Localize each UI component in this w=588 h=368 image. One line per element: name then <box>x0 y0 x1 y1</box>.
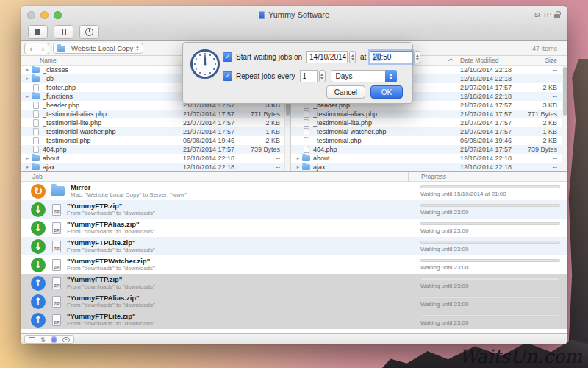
dialog-buttons: Cancel OK <box>326 85 403 99</box>
file-row[interactable]: _testimonial-lite.php21/07/2014 17:572 K… <box>21 118 290 127</box>
start-time-field[interactable]: 20:50 <box>370 51 412 63</box>
location-dropdown[interactable]: Website Local Copy <box>53 43 143 54</box>
job-info: ↓ZIP"YummyFTPWatcher.zip"From "downloads… <box>21 255 408 274</box>
disclosure-triangle-icon[interactable]: ▸ <box>24 163 32 171</box>
forward-button[interactable]: › <box>37 43 49 54</box>
stop-button[interactable] <box>28 25 48 39</box>
job-row[interactable]: ↓ZIP"YummyFTP.zip"From "downloads" to "d… <box>21 200 567 219</box>
file-row[interactable]: ▸ajax12/10/2014 22:18-- <box>291 163 567 171</box>
file-date: 12/10/2014 22:18 <box>460 155 519 162</box>
select-chevrons-icon <box>385 70 397 82</box>
folder-icon <box>32 67 40 73</box>
file-row[interactable]: 404.php21/07/2014 17:57739 Bytes <box>21 145 290 154</box>
start-date-field[interactable]: 14/10/2014 <box>306 51 348 63</box>
job-info: ↓ZIP"YummyFTPLite.zip"From "downloads" t… <box>21 237 408 255</box>
progress-bar <box>420 222 560 225</box>
file-date: 12/10/2014 22:18 <box>460 66 519 74</box>
time-stepper[interactable] <box>414 51 420 63</box>
interval-stepper[interactable] <box>319 70 326 82</box>
file-row[interactable]: _testimonial-watcher.php21/07/2014 17:57… <box>21 127 290 136</box>
job-row[interactable]: ↓ZIP"YummyFTPWatcher.zip"From "downloads… <box>21 255 567 274</box>
app-window: Yummy Software SFTP ‹ › Website Local Co… <box>21 6 567 344</box>
job-subtitle: From "downloads" to "downloads" <box>67 320 155 328</box>
file-row[interactable]: ▸about12/10/2014 22:18-- <box>21 154 290 163</box>
job-info: ↻MirrorMac: "Website Local Copy" to Serv… <box>21 182 408 200</box>
column-header-name[interactable]: Name <box>21 57 183 64</box>
job-row[interactable]: ↑ZIP"YummyFTPLite.zip"From "downloads" t… <box>21 311 567 329</box>
job-row[interactable]: ↓ZIP"YummyFTPLite.zip"From "downloads" t… <box>21 237 567 255</box>
file-row[interactable]: _testimonial-watcher.php21/07/2014 17:57… <box>291 127 567 136</box>
close-button[interactable] <box>27 11 35 19</box>
job-info: ↑ZIP"YummyFTP.zip"From "downloads" to "d… <box>21 274 408 292</box>
ok-button[interactable]: OK <box>370 85 403 99</box>
disclosure-triangle-icon[interactable]: ▸ <box>294 163 302 171</box>
schedule-button[interactable] <box>79 25 99 39</box>
file-row[interactable]: 404.php21/07/2014 17:57739 Bytes <box>291 145 567 154</box>
file-row[interactable]: _testimonial-alias.php21/07/2014 17:5777… <box>291 110 567 118</box>
file-size: 2 KB <box>242 137 280 144</box>
job-status: Waiting until 23:00 <box>420 264 469 271</box>
disclosure-triangle-icon[interactable]: ▸ <box>24 92 32 101</box>
stop-icon <box>35 29 40 35</box>
schedule-view-icon[interactable] <box>51 336 57 343</box>
disclosure-triangle-icon[interactable]: ▸ <box>24 74 32 83</box>
start-checkbox[interactable]: ✓ <box>223 52 232 62</box>
disclosure-triangle-icon[interactable]: ▸ <box>294 154 302 163</box>
job-status: Waiting until 23:00 <box>420 301 469 308</box>
cancel-button[interactable]: Cancel <box>326 85 365 99</box>
file-size: -- <box>519 75 557 82</box>
zip-label: ZIP <box>54 247 60 251</box>
minimize-button[interactable] <box>40 11 49 19</box>
file-row[interactable]: ▸ajax12/10/2014 22:18-- <box>21 163 290 171</box>
job-row[interactable]: ↻MirrorMac: "Website Local Copy" to Serv… <box>21 182 567 200</box>
clock-icon <box>85 28 93 36</box>
date-stepper[interactable] <box>349 51 356 63</box>
job-text: "YummyFTPLite.zip"From "downloads" to "d… <box>67 238 155 254</box>
job-row[interactable]: ↑ZIP"YummyFTPAlias.zip"From "downloads" … <box>21 292 567 311</box>
scrollbar-thumb[interactable] <box>563 67 567 116</box>
transfers-view-icon[interactable]: ⇅ <box>40 336 46 343</box>
file-date: 12/10/2014 22:18 <box>460 163 519 171</box>
job-row[interactable]: ↑ZIP"YummyFTP.zip"From "downloads" to "d… <box>21 274 567 292</box>
view-switcher: ⇅ <box>24 335 74 344</box>
file-size: 2 KB <box>519 119 557 127</box>
folder-icon <box>51 186 65 196</box>
traffic-lights <box>27 11 62 19</box>
repeat-interval-field[interactable]: 1 <box>300 70 318 82</box>
disclosure-triangle-icon[interactable]: ▸ <box>24 154 32 163</box>
scrollbar[interactable] <box>562 66 567 171</box>
column-header-date[interactable]: Date Modified <box>460 57 519 64</box>
file-name: _functions <box>43 93 183 100</box>
pause-button[interactable] <box>54 25 74 39</box>
back-button[interactable]: ‹ <box>25 43 37 54</box>
preview-eye-icon[interactable] <box>62 337 70 342</box>
file-row[interactable]: _testimonial.php06/08/2014 19:462 KB <box>21 136 290 145</box>
panes-view-icon[interactable] <box>29 337 35 342</box>
job-title: "YummyFTP.zip" <box>67 275 155 283</box>
job-column-header[interactable]: Job <box>21 173 408 180</box>
column-header-size[interactable]: Size <box>519 57 557 64</box>
progress-column-header[interactable]: Progress <box>408 172 567 181</box>
file-row[interactable]: _testimonial-alias.php21/07/2014 17:5777… <box>21 110 290 118</box>
connection-protocol: SFTP <box>534 11 560 18</box>
repeat-unit-select[interactable]: Days <box>331 70 397 82</box>
zoom-button[interactable] <box>54 11 62 19</box>
file-row[interactable]: _testimonial-lite.php21/07/2014 17:572 K… <box>291 118 567 127</box>
file-size: -- <box>242 155 280 162</box>
job-status: Waiting until 23:00 <box>420 209 469 216</box>
job-row[interactable]: ↓ZIP"YummyFTPAlias.zip"From "downloads" … <box>21 219 567 237</box>
window-title-text: Yummy Software <box>268 10 329 19</box>
file-row[interactable]: _testimonial.php06/08/2014 19:462 KB <box>291 136 567 145</box>
progress-bar <box>420 296 560 299</box>
disclosure-triangle-icon[interactable]: ▸ <box>24 66 32 74</box>
job-subtitle: From "downloads" to "downloads" <box>67 247 155 254</box>
mirror-icon: ↻ <box>31 184 46 199</box>
job-text: "YummyFTPAlias.zip"From "downloads" to "… <box>67 220 155 236</box>
job-progress: Waiting until 15/10/2014 at 21:00 <box>408 182 567 200</box>
job-text: "YummyFTPAlias.zip"From "downloads" to "… <box>67 294 155 309</box>
repeat-checkbox[interactable]: ✓ <box>223 71 232 81</box>
file-date: 06/08/2014 19:46 <box>183 137 242 144</box>
file-row[interactable]: ▸about12/10/2014 22:18-- <box>291 154 567 163</box>
zip-label: ZIP <box>54 284 60 288</box>
file-name: _testimonial-watcher.php <box>43 128 183 135</box>
